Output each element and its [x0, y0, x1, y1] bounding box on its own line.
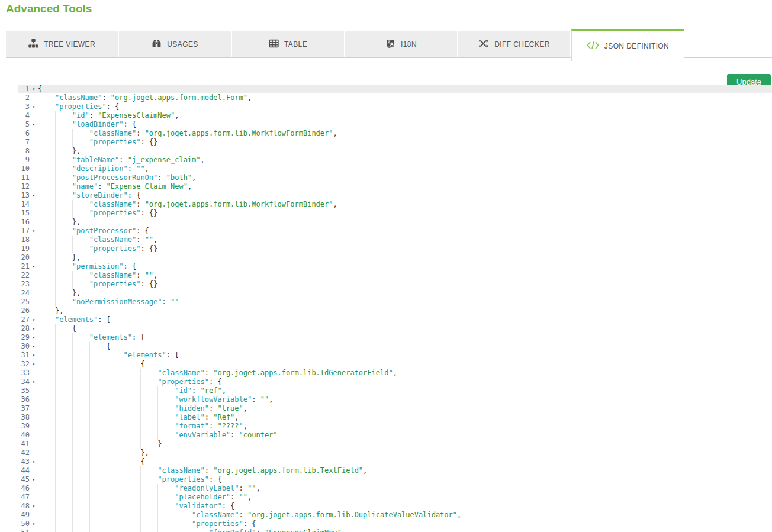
fold-spacer: [30, 244, 38, 253]
code-line[interactable]: 13▾"storeBinder": {: [18, 191, 772, 200]
code-line[interactable]: 16},: [18, 218, 772, 227]
code-line[interactable]: 14"className": "org.joget.apps.form.lib.…: [18, 200, 772, 209]
fold-arrow-icon[interactable]: ▾: [30, 102, 38, 111]
code-line[interactable]: 7"properties": {}: [18, 138, 772, 147]
code-line[interactable]: 29▾"elements": [: [18, 333, 772, 342]
code-line[interactable]: 33"className": "org.joget.apps.form.lib.…: [18, 369, 772, 378]
code-line[interactable]: 12"name": "Expense Claim New",: [18, 182, 772, 191]
fold-arrow-icon[interactable]: ▾: [30, 475, 38, 484]
code-line[interactable]: 50▾"properties": {: [18, 520, 772, 528]
code-line[interactable]: 44"className": "org.joget.apps.form.lib.…: [18, 466, 772, 475]
code-line[interactable]: 51"formDefId": "ExpensesClaimNew": [18, 528, 772, 532]
fold-spacer: [30, 466, 38, 475]
code-line[interactable]: 37"hidden": "true",: [18, 404, 772, 413]
code-line[interactable]: 28▾{: [18, 324, 772, 333]
fold-spacer: [30, 528, 38, 532]
code-line[interactable]: 2 "className": "org.joget.apps.form.mode…: [18, 93, 772, 102]
gutter: 50▾: [18, 520, 38, 528]
fold-arrow-icon[interactable]: ▾: [30, 333, 38, 342]
code-line[interactable]: 3▾ "properties": {: [18, 102, 772, 111]
code-line[interactable]: 17▾"postProcessor": {: [18, 227, 772, 236]
fold-arrow-icon[interactable]: ▾: [30, 502, 38, 511]
code-line[interactable]: 38"label": "Ref",: [18, 413, 772, 422]
code-line[interactable]: 45▾"properties": {: [18, 475, 772, 484]
code-line[interactable]: 10"description": "",: [18, 165, 772, 173]
line-number: 11: [18, 173, 30, 182]
tab-i18n[interactable]: A I18N: [345, 31, 457, 57]
code-line[interactable]: 47"placeholder": "",: [18, 493, 772, 502]
code-line[interactable]: 8},: [18, 147, 772, 156]
code-line[interactable]: 40"envVariable": "counter": [18, 431, 772, 440]
fold-arrow-icon[interactable]: ▾: [30, 324, 38, 333]
code-line[interactable]: 34▾"properties": {: [18, 378, 772, 386]
code-text: },: [38, 147, 81, 156]
code-line[interactable]: 22"className": "",: [18, 271, 772, 280]
line-number: 29: [18, 333, 30, 342]
code-line[interactable]: 42},: [18, 449, 772, 457]
code-line[interactable]: 23"properties": {}: [18, 280, 772, 289]
tab-usages[interactable]: USAGES: [119, 31, 231, 57]
indent-guides: [55, 138, 89, 147]
code-line[interactable]: 4"id": "ExpensesClaimNew",: [18, 111, 772, 120]
code-line[interactable]: 30▾{: [18, 342, 772, 351]
fold-arrow-icon[interactable]: ▾: [30, 191, 38, 200]
code-line[interactable]: 5▾"loadBinder": {: [18, 120, 772, 129]
tab-table[interactable]: TABLE: [232, 31, 344, 57]
fold-spacer: [30, 173, 38, 182]
fold-arrow-icon[interactable]: ▾: [30, 342, 38, 351]
code-line[interactable]: 31▾"elements": [: [18, 351, 772, 360]
code-line[interactable]: 24},: [18, 289, 772, 298]
gutter: 2: [18, 93, 38, 102]
gutter: 7: [18, 138, 38, 147]
code-line[interactable]: 49"className": "org.joget.apps.form.lib.…: [18, 511, 772, 520]
code-line[interactable]: 41}: [18, 440, 772, 449]
fold-spacer: [30, 422, 38, 431]
fold-arrow-icon[interactable]: ▾: [30, 315, 38, 324]
tab-tree-viewer[interactable]: TREE VIEWER: [6, 31, 118, 57]
tab-label: DIFF CHECKER: [494, 40, 549, 49]
code-line[interactable]: 32▾{: [18, 360, 772, 369]
code-line[interactable]: 36"workflowVariable": "",: [18, 395, 772, 404]
code-line[interactable]: 9"tableName": "j_expense_claim",: [18, 156, 772, 165]
code-line[interactable]: 39"format": "????",: [18, 422, 772, 431]
fold-arrow-icon[interactable]: ▾: [30, 457, 38, 466]
code-line[interactable]: 25"noPermissionMessage": "": [18, 298, 772, 307]
code-line[interactable]: 21▾"permission": {: [18, 262, 772, 271]
code-line[interactable]: 18"className": "",: [18, 236, 772, 244]
code-line[interactable]: 19"properties": {}: [18, 244, 772, 253]
code-text: {: [38, 85, 42, 93]
fold-arrow-icon[interactable]: ▾: [30, 227, 38, 236]
gutter: 19: [18, 244, 38, 253]
code-text: "properties": {: [38, 520, 256, 528]
code-line[interactable]: 1▾{: [18, 85, 772, 93]
fold-arrow-icon[interactable]: ▾: [30, 360, 38, 369]
json-code-editor[interactable]: 1▾{2 "className": "org.joget.apps.form.m…: [18, 85, 772, 532]
code-text: },: [38, 218, 81, 227]
fold-arrow-icon[interactable]: ▾: [30, 520, 38, 528]
code-line[interactable]: 20},: [18, 253, 772, 262]
fold-arrow-icon[interactable]: ▾: [30, 262, 38, 271]
tab-label: JSON DEFINITION: [604, 42, 669, 50]
tab-diff-checker[interactable]: DIFF CHECKER: [458, 31, 570, 57]
code-text: "elements": [: [38, 315, 111, 324]
fold-spacer: [30, 449, 38, 457]
binoculars-icon: [152, 38, 162, 50]
code-line[interactable]: 43▾{: [18, 457, 772, 466]
code-line[interactable]: 6"className": "org.joget.apps.form.lib.W…: [18, 129, 772, 138]
code-line[interactable]: 48▾"validator": {: [18, 502, 772, 511]
code-line[interactable]: 27▾ "elements": [: [18, 315, 772, 324]
tab-json-definition[interactable]: JSON DEFINITION: [571, 29, 684, 61]
code-line[interactable]: 15"properties": {}: [18, 209, 772, 218]
fold-arrow-icon[interactable]: ▾: [30, 120, 38, 129]
fold-arrow-icon[interactable]: ▾: [30, 378, 38, 386]
code-line[interactable]: 26 },: [18, 307, 772, 315]
code-text: {: [38, 324, 76, 333]
code-line[interactable]: 11"postProcessorRunOn": "both",: [18, 173, 772, 182]
line-number: 18: [18, 236, 30, 244]
code-line[interactable]: 35"id": "ref",: [18, 386, 772, 395]
fold-arrow-icon[interactable]: ▾: [30, 85, 38, 93]
fold-spacer: [30, 289, 38, 298]
fold-arrow-icon[interactable]: ▾: [30, 351, 38, 360]
code-line[interactable]: 46"readonlyLabel": "",: [18, 484, 772, 493]
gutter: 9: [18, 156, 38, 165]
